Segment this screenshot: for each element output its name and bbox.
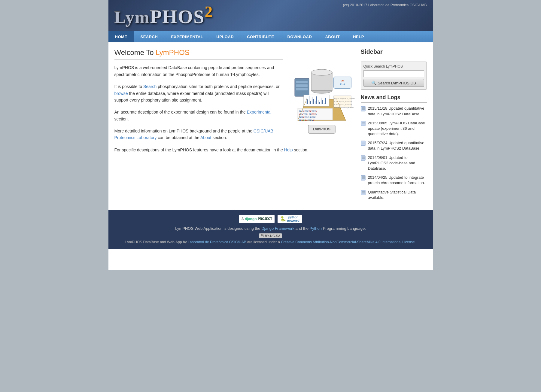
svg-text:KEKTPELPEPSVK: KEKTPELPEPSVK xyxy=(299,113,317,115)
svg-rect-56 xyxy=(361,175,365,180)
svg-rect-44 xyxy=(361,121,365,126)
footer-license-prefix: LymPHOS DataBase and Web-App by xyxy=(125,240,188,244)
python-badge: 🐍 pythonpowered xyxy=(278,215,302,223)
sidebar-title: Sidebar xyxy=(361,48,427,55)
nav-search[interactable]: SEARCH xyxy=(134,31,165,42)
nav-about[interactable]: ABOUT xyxy=(318,31,346,42)
svg-rect-48 xyxy=(361,141,365,146)
content-inner: Uni Prot xyxy=(114,48,355,159)
nav-experimental[interactable]: EXPERIMENTAL xyxy=(164,31,210,42)
footer-license-suffix: . xyxy=(415,240,416,244)
news-icon xyxy=(361,175,366,181)
nav-upload[interactable]: UPLOAD xyxy=(210,31,240,42)
svg-point-3 xyxy=(311,69,332,75)
python-text: pythonpowered xyxy=(287,216,299,222)
news-item: Quantitative Statistical Data available. xyxy=(361,190,427,200)
footer-text-suffix: Programming Language. xyxy=(322,226,366,231)
logo-phos: PHOS xyxy=(150,6,205,27)
welcome-prefix: Welcome To xyxy=(114,48,156,56)
svg-rect-7 xyxy=(296,88,308,90)
svg-text:Q2T9L2|Q2T9L2_HUMAN: Q2T9L2|Q2T9L2_HUMAN xyxy=(334,98,355,99)
welcome-lympHOS: LymPHOS xyxy=(156,48,189,56)
svg-text:Uni: Uni xyxy=(340,79,344,82)
para4-middle: can be obtained at the xyxy=(157,135,200,140)
para5-prefix: For specific descriptions of the LymPHOS… xyxy=(114,147,284,152)
footer-text-prefix: LymPHOS Web Application is designed usin… xyxy=(175,226,261,231)
svg-text:F16420|H12_HUMAN: F16420|H12_HUMAN xyxy=(334,104,352,105)
copyright-text: (cc) 2010-2017 Laboratori de Proteomica … xyxy=(343,3,427,7)
lab-link[interactable]: Laboratori de Proteòmica CSIC/UAB xyxy=(188,240,246,244)
django-link[interactable]: Django Framework xyxy=(261,226,294,231)
svg-rect-52 xyxy=(361,156,365,160)
python-icon: 🐍 xyxy=(280,216,286,222)
about-link[interactable]: About xyxy=(200,135,211,140)
sidebar-divider xyxy=(361,58,427,58)
news-text: 2015/11/18 Updated quantitative data in … xyxy=(368,106,427,117)
quick-search-box: Quick Search LymPHOS 🔍 Search LymPHOS DB xyxy=(361,62,427,90)
para4-suffix: section. xyxy=(211,135,227,140)
para2-middle: phosphorylation sites for both proteins … xyxy=(157,84,279,89)
svg-rect-8 xyxy=(334,77,351,88)
para3-suffix: section. xyxy=(114,117,129,121)
nav-help[interactable]: HELP xyxy=(346,31,371,42)
page-wrapper: LymPHOS2 (cc) 2010-2017 Laboratori de Pr… xyxy=(108,0,433,270)
footer-text-middle: and the xyxy=(294,226,310,231)
cc-badge: 🅭 BY-NC-SA xyxy=(259,233,282,238)
main-nav: HOME SEARCH EXPERIMENTAL UPLOAD CONTRIBU… xyxy=(108,31,433,42)
news-icon xyxy=(361,190,366,195)
news-text: 2014/08/01 Updated to LymPHOS2 code-base… xyxy=(368,155,427,172)
svg-text:TPKESKPEPVK: TPKESKPEPVK xyxy=(299,119,315,121)
django-badge: A django PROJECT xyxy=(239,215,275,223)
news-icon xyxy=(361,141,366,146)
news-item: 2015/07/24 Updated quantitative data in … xyxy=(361,140,427,151)
cc-link[interactable]: Creative Commons Attribution-NonCommerci… xyxy=(281,240,415,244)
news-item: 2014/08/01 Updated to LymPHOS2 code-base… xyxy=(361,155,427,172)
main-layout: Uni Prot xyxy=(108,42,433,210)
svg-text:P26358|U2AF2_HUMAN: P26358|U2AF2_HUMAN xyxy=(334,107,354,108)
svg-text:EKTKPSELPEPP: EKTKPSELPEPP xyxy=(299,116,316,118)
title-divider xyxy=(114,59,283,59)
svg-text:F16420|H10_HUMAN: F16420|H10_HUMAN xyxy=(334,101,352,102)
news-text: Quantitative Statistical Data available. xyxy=(368,190,427,200)
footer: A django PROJECT 🐍 pythonpowered LymPHOS… xyxy=(108,210,433,249)
footer-license-middle: are licensed under a xyxy=(246,240,281,244)
news-item: 2014/04/25 Updated to integrate protein … xyxy=(361,175,427,186)
django-a-text: A xyxy=(242,217,244,220)
logo-two: 2 xyxy=(205,3,213,20)
news-icon xyxy=(361,121,366,126)
para3-prefix: An accurate description of the experimen… xyxy=(114,110,247,114)
header: LymPHOS2 (cc) 2010-2017 Laboratori de Pr… xyxy=(108,0,433,31)
nav-home[interactable]: HOME xyxy=(108,31,134,42)
logo-area: LymPHOS2 xyxy=(114,3,213,28)
sidebar: Sidebar Quick Search LymPHOS 🔍 Search Ly… xyxy=(361,48,427,204)
para2-suffix: the entire database, where experimental … xyxy=(114,91,269,102)
news-text: 2015/07/24 Updated quantitative data in … xyxy=(368,140,427,151)
help-link[interactable]: Help xyxy=(284,147,293,152)
news-icon xyxy=(361,106,366,111)
search-link[interactable]: Search xyxy=(143,84,157,89)
news-text: 2015/08/05 LymPHOS DataBase update (expe… xyxy=(368,120,427,137)
nav-download[interactable]: DOWNLOAD xyxy=(281,31,318,42)
para2-prefix: It is possible to xyxy=(114,84,144,89)
news-logs-title: News and Logs xyxy=(361,94,427,101)
quick-search-label: Quick Search LymPHOS xyxy=(363,64,424,68)
logo-lym: Lym xyxy=(114,8,150,27)
svg-rect-6 xyxy=(296,84,308,87)
news-text: 2014/04/25 Updated to integrate protein … xyxy=(368,175,427,186)
svg-rect-5 xyxy=(296,81,308,83)
experimental-link[interactable]: Experimental xyxy=(247,110,272,114)
diagram-area: Uni Prot xyxy=(289,48,355,136)
footer-license: LymPHOS DataBase and Web-App by Laborato… xyxy=(114,240,427,244)
search-db-label: Search LymPHOS DB xyxy=(378,81,416,85)
search-icon: 🔍 xyxy=(371,81,376,85)
django-project-text: PROJECT xyxy=(258,217,272,220)
news-item: 2015/11/18 Updated quantitative data in … xyxy=(361,106,427,117)
nav-contribute[interactable]: CONTRIBUTE xyxy=(240,31,281,42)
para5: For specific descriptions of the LymPHOS… xyxy=(114,147,355,153)
para4-prefix: More detailed information on LymPHOS bac… xyxy=(114,129,254,133)
search-input[interactable] xyxy=(363,70,424,77)
search-db-button[interactable]: 🔍 Search LymPHOS DB xyxy=(363,79,424,87)
footer-logos: A django PROJECT 🐍 pythonpowered xyxy=(114,215,427,223)
python-link[interactable]: Python xyxy=(310,226,322,231)
browse-link[interactable]: browse xyxy=(114,91,128,96)
